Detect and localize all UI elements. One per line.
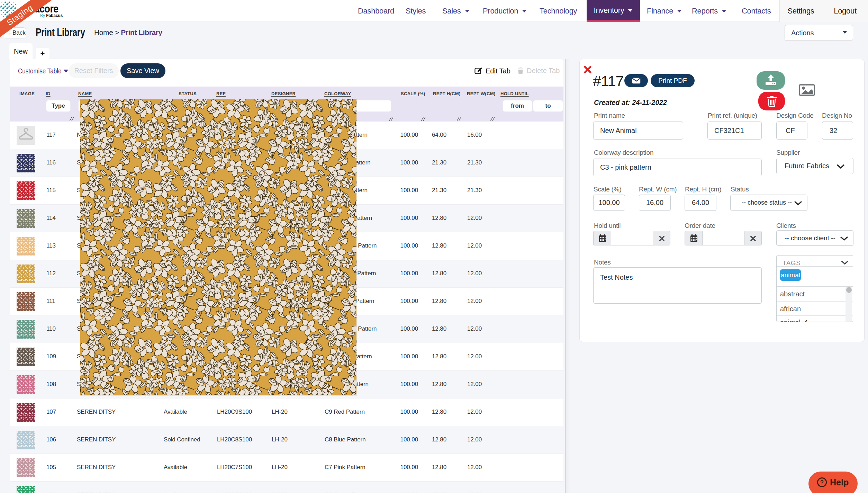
svg-text:?: ? (820, 479, 824, 486)
